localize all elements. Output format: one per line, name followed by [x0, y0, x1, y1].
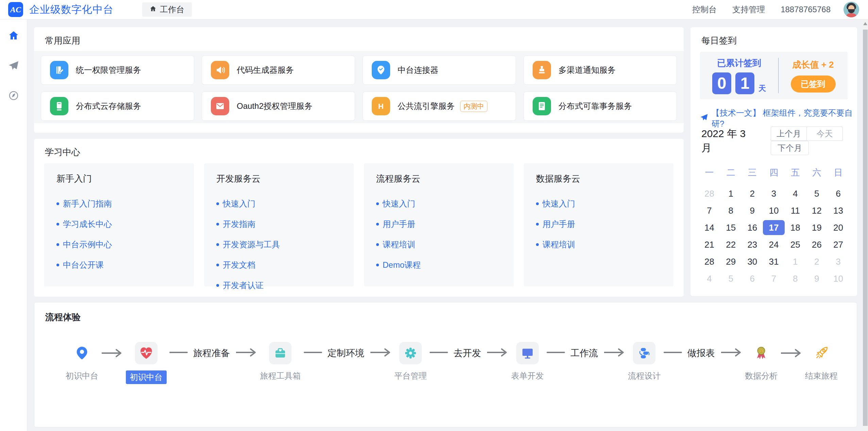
calendar-day[interactable]: 16 [741, 220, 763, 235]
scroll-up-arrow-icon[interactable] [863, 22, 867, 25]
learning-link[interactable]: 用户手册 [536, 219, 661, 230]
learning-link[interactable]: 用户手册 [376, 219, 501, 230]
flowchart-icon[interactable] [633, 342, 655, 364]
calendar-day[interactable]: 15 [720, 220, 741, 235]
calendar-day[interactable]: 13 [828, 203, 849, 218]
next-month-button[interactable]: 下个月 [771, 141, 809, 155]
app-card[interactable]: 中台连接器 [363, 55, 516, 85]
learning-link[interactable]: 快速入门 [376, 198, 501, 209]
tab-workbench[interactable]: 工作台 [142, 2, 192, 17]
calendar-day[interactable]: 1 [720, 186, 741, 201]
calendar-day[interactable]: 10 [763, 203, 784, 218]
calendar-day[interactable]: 22 [720, 237, 741, 252]
calendar-day[interactable]: 19 [806, 220, 828, 235]
calendar-day[interactable]: 2 [806, 254, 828, 269]
calendar-day[interactable]: 28 [699, 186, 720, 201]
header-nav-item[interactable]: 支持管理 [732, 4, 765, 15]
calendar-day[interactable]: 23 [741, 237, 763, 252]
calendar-day[interactable]: 29 [720, 254, 741, 269]
app-logo[interactable]: AC [8, 2, 23, 17]
learning-link[interactable]: 中台公开课 [56, 260, 182, 270]
learning-link[interactable]: Demo课程 [376, 260, 501, 270]
learning-link[interactable]: 开发者认证 [216, 280, 341, 291]
prev-month-button[interactable]: 上个月 [771, 127, 807, 141]
app-card[interactable]: 分布式云存储服务 [41, 92, 194, 121]
vertical-scrollbar[interactable] [863, 19, 868, 431]
app-card[interactable]: 多渠道通知服务 [523, 55, 677, 85]
sidebar-item-compass[interactable] [7, 90, 20, 102]
heart-pulse-icon[interactable] [135, 342, 157, 364]
learning-link[interactable]: 开发指南 [216, 219, 341, 230]
flow-step[interactable]: 流程设计 [628, 342, 661, 381]
learning-link[interactable]: 中台示例中心 [56, 239, 182, 250]
calendar-day[interactable]: 2 [741, 186, 763, 201]
signed-in-button[interactable]: 已签到 [791, 76, 836, 93]
user-avatar[interactable] [844, 2, 859, 17]
scrollbar-thumb[interactable] [863, 30, 868, 426]
app-card[interactable]: 分布式可靠事务服务 [523, 92, 677, 121]
calendar-month-title: 2022 年 3 月 [701, 127, 752, 155]
header-nav-item[interactable]: 控制台 [692, 4, 717, 15]
sidebar-item-send[interactable] [7, 60, 20, 72]
flow-step[interactable]: 初识中台 [66, 342, 98, 381]
calendar-day[interactable]: 8 [720, 203, 741, 218]
calendar-day[interactable]: 3 [763, 186, 784, 201]
learning-link[interactable]: 课程培训 [376, 239, 501, 250]
calendar-day[interactable]: 12 [806, 203, 828, 218]
learning-link[interactable]: 开发文档 [216, 260, 341, 270]
learning-link[interactable]: 新手入门指南 [56, 198, 182, 209]
calendar-day[interactable]: 28 [699, 254, 720, 269]
flow-step[interactable]: 初识中台 [126, 342, 167, 384]
flow-step[interactable]: 表单开发 [511, 342, 544, 381]
flow-step[interactable]: 1数据分析 [745, 342, 778, 381]
briefcase-icon[interactable] [269, 342, 291, 364]
learning-link[interactable]: 开发资源与工具 [216, 239, 341, 250]
today-button[interactable]: 今天 [807, 127, 843, 141]
header-nav-item[interactable]: 18878765768 [781, 5, 831, 14]
calendar-day[interactable]: 1 [785, 254, 806, 269]
calendar-day[interactable]: 9 [806, 271, 828, 286]
calendar-day[interactable]: 24 [763, 237, 784, 252]
calendar-day[interactable]: 3 [828, 254, 849, 269]
calendar-day[interactable]: 5 [806, 186, 828, 201]
calendar-day[interactable]: 21 [699, 237, 720, 252]
app-card[interactable]: H公共流引擎服务内测中 [363, 92, 516, 121]
calendar-day[interactable]: 6 [828, 186, 849, 201]
calendar-day[interactable]: 4 [785, 186, 806, 201]
calendar-day[interactable]: 30 [741, 254, 763, 269]
calendar-day[interactable]: 18 [785, 220, 806, 235]
calendar-day[interactable]: 7 [699, 203, 720, 218]
calendar-day[interactable]: 10 [828, 271, 849, 286]
app-card[interactable]: Oauth2授权管理服务 [202, 92, 355, 121]
calendar-day[interactable]: 4 [699, 271, 720, 286]
learning-link[interactable]: 快速入门 [536, 198, 661, 209]
gear-icon[interactable] [399, 342, 422, 364]
calendar-day[interactable]: 14 [699, 220, 720, 235]
calendar-day[interactable]: 11 [785, 203, 806, 218]
learning-link[interactable]: 学习成长中心 [56, 219, 182, 230]
calendar-day[interactable]: 6 [741, 271, 763, 286]
flow-step[interactable]: 平台管理 [394, 342, 427, 381]
app-card[interactable]: 统一权限管理服务 [41, 55, 194, 85]
calendar-day[interactable]: 27 [828, 237, 849, 252]
learning-link[interactable]: 快速入门 [216, 198, 341, 209]
article-link[interactable]: 【技术一文】 框架组件，究竟要不要自研? [700, 107, 857, 129]
map-pin-icon[interactable] [74, 342, 89, 364]
calendar-day[interactable]: 9 [741, 203, 763, 218]
sidebar-item-home[interactable] [7, 30, 20, 43]
flow-step[interactable]: 结束旅程 [805, 342, 838, 381]
medal-icon[interactable]: 1 [754, 342, 768, 364]
calendar-day[interactable]: 20 [828, 220, 849, 235]
app-card[interactable]: 代码生成器服务 [202, 55, 355, 85]
calendar-day[interactable]: 7 [763, 271, 784, 286]
calendar-day[interactable]: 25 [785, 237, 806, 252]
calendar-day[interactable]: 8 [785, 271, 806, 286]
learning-link[interactable]: 课程培训 [536, 239, 661, 250]
rocket-icon[interactable] [814, 342, 829, 364]
calendar-day[interactable]: 31 [763, 254, 784, 269]
flow-step[interactable]: 旅程工具箱 [260, 342, 301, 381]
monitor-icon[interactable] [516, 342, 539, 364]
calendar-day[interactable]: 5 [720, 271, 741, 286]
calendar-day[interactable]: 26 [806, 237, 828, 252]
calendar-day-selected[interactable]: 17 [763, 220, 784, 235]
